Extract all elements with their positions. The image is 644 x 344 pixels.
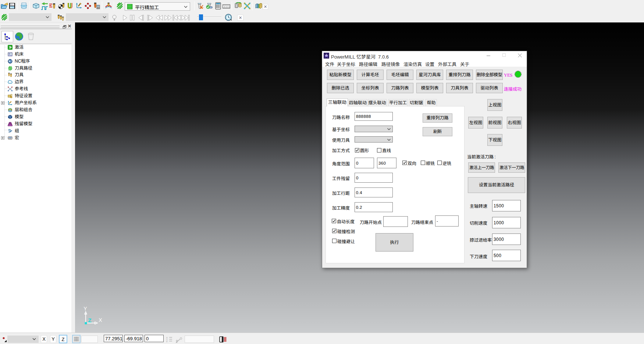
svg-text:Z: Z bbox=[88, 317, 91, 323]
svg-text:Y: Y bbox=[83, 306, 87, 312]
svg-text:X: X bbox=[99, 317, 102, 323]
